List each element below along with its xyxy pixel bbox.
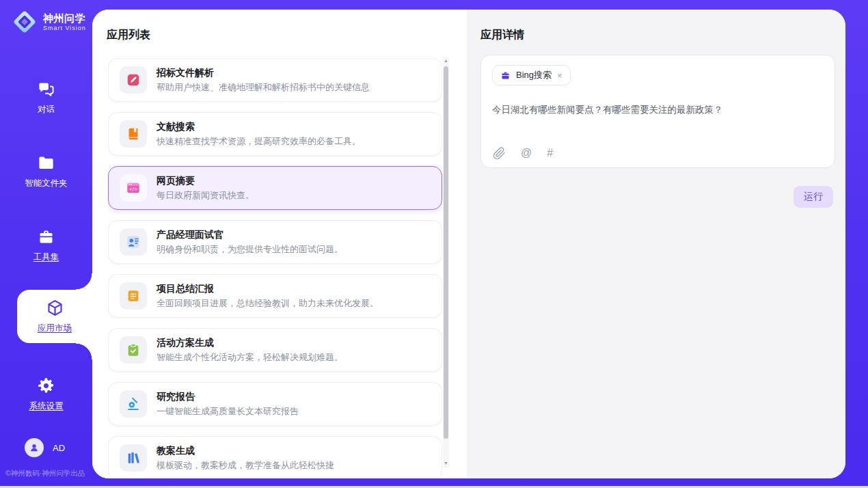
main-sheet: 应用列表 招标文件解析 帮助用户快速、准确地理解和解析招标书中的关键信息 文献搜…	[92, 10, 845, 478]
microscope-icon	[120, 390, 147, 418]
paperclip-icon[interactable]	[493, 147, 506, 160]
composer-toolbar: @#	[493, 146, 553, 160]
avatar	[25, 438, 44, 457]
app-list-item[interactable]: 活动方案生成 智能生成个性化活动方案，轻松解决规划难题。	[108, 328, 442, 372]
chat-icon	[37, 80, 55, 98]
sidebar-item-folders[interactable]: 智能文件夹	[0, 145, 92, 198]
books-icon	[120, 444, 147, 472]
app-detail-panel: 应用详情 Bing搜索 × 今日湖北有哪些新闻要点？有哪些需要关注的最新政策？ …	[467, 10, 845, 478]
interviewer-icon	[120, 228, 147, 256]
composer-card[interactable]: Bing搜索 × 今日湖北有哪些新闻要点？有哪些需要关注的最新政策？ @#	[480, 55, 835, 168]
app-list-item[interactable]: 教案生成 模板驱动，教案秒成，教学准备从此轻松快捷	[108, 436, 442, 476]
sidebar-item-app-market[interactable]: 应用市场	[17, 290, 92, 343]
diamond-logo-icon	[11, 8, 38, 36]
report-icon	[120, 282, 147, 310]
edit-square-icon	[120, 66, 147, 94]
app-detail-title: 应用详情	[480, 28, 524, 42]
gear-icon	[37, 377, 55, 395]
user-row[interactable]: AD	[25, 438, 65, 457]
app-list-item[interactable]: 文献搜索 快速精准查找学术资源，提高研究效率的必备工具。	[108, 112, 442, 156]
app-list-item[interactable]: 项目总结汇报 全面回顾项目进展，总结经验教训，助力未来优化发展。	[108, 274, 442, 318]
app-list-panel: 应用列表 招标文件解析 帮助用户快速、准确地理解和解析招标书中的关键信息 文献搜…	[92, 10, 467, 478]
person-icon	[29, 442, 40, 453]
app-list-item[interactable]: </> 网页摘要 每日政府新闻资讯快查。	[108, 166, 442, 210]
prompt-text[interactable]: 今日湖北有哪些新闻要点？有哪些需要关注的最新政策？	[492, 103, 824, 117]
sidebar: 神州问学 Smart Vision 对话 智能文件夹 工具集 应用市场 系统设置…	[0, 0, 92, 486]
app-list: 招标文件解析 帮助用户快速、准确地理解和解析招标书中的关键信息 文献搜索 快速精…	[108, 57, 442, 476]
app-list-item[interactable]: 招标文件解析 帮助用户快速、准确地理解和解析招标书中的关键信息	[108, 58, 442, 102]
sidebar-footer: ©神州数码·神州问学出品	[5, 469, 94, 478]
svg-text:</>: </>	[129, 187, 137, 192]
app-list-item[interactable]: 研究报告 一键智能生成高质量长文本研究报告	[108, 382, 442, 426]
sidebar-item-settings[interactable]: 系统设置	[0, 368, 92, 421]
user-name: AD	[53, 443, 65, 453]
briefcase-icon	[500, 70, 511, 81]
hash-icon[interactable]: #	[547, 146, 553, 160]
cube-icon	[46, 299, 64, 317]
folder-icon	[37, 154, 55, 172]
scrollbar-thumb[interactable]	[444, 66, 448, 439]
clipboard-check-icon	[120, 336, 147, 364]
brand-subtitle: Smart Vision	[43, 25, 86, 31]
sidebar-item-chat[interactable]: 对话	[0, 71, 92, 124]
at-icon[interactable]: @	[521, 146, 532, 160]
app-list-title: 应用列表	[107, 28, 150, 42]
run-button[interactable]: 运行	[794, 186, 833, 208]
chip-close-icon[interactable]: ×	[557, 71, 562, 80]
scrollbar-up-icon[interactable]: ▲	[443, 57, 449, 65]
brand: 神州问学 Smart Vision	[11, 8, 86, 36]
book-icon	[120, 120, 147, 148]
tool-chip-bing-search[interactable]: Bing搜索 ×	[492, 65, 571, 85]
scrollbar-track[interactable]: ▲ ▼	[443, 57, 449, 467]
scrollbar-down-icon[interactable]: ▼	[443, 459, 449, 467]
browser-code-icon: </>	[120, 174, 147, 202]
toolbox-icon	[37, 228, 55, 246]
tool-chip-label: Bing搜索	[516, 69, 552, 81]
sidebar-item-toolset[interactable]: 工具集	[0, 219, 92, 272]
brand-name: 神州问学	[43, 12, 86, 24]
app-list-item[interactable]: 产品经理面试官 明确身份和职责，为您提供专业性的面试问题。	[108, 220, 442, 264]
